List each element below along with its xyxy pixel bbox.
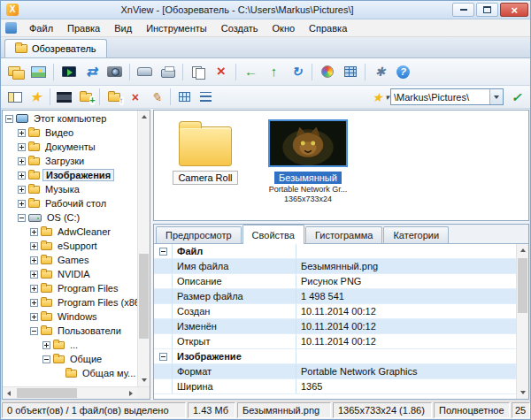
scrollbar-thumb[interactable]: [139, 254, 149, 340]
new-folder-button[interactable]: [75, 88, 96, 106]
scroll-down-button[interactable]: [517, 386, 529, 399]
expand-plus-icon[interactable]: [30, 285, 38, 293]
expand-plus-icon[interactable]: [18, 200, 26, 208]
scrollbar-thumb[interactable]: [518, 258, 527, 313]
scrollbar-thumb[interactable]: [17, 388, 77, 398]
scroll-left-button[interactable]: [3, 387, 15, 400]
scrollbar-track[interactable]: [517, 256, 528, 386]
collapse-minus-icon[interactable]: [159, 248, 167, 256]
menu-create[interactable]: Создать: [214, 21, 266, 35]
palette-icon[interactable]: [316, 61, 338, 82]
browse-icon[interactable]: [4, 61, 27, 82]
favorites-button[interactable]: [26, 88, 46, 106]
refresh-icon[interactable]: [286, 61, 308, 82]
expand-plus-icon[interactable]: [18, 172, 26, 179]
rename-button[interactable]: [146, 88, 166, 106]
path-dropdown-button[interactable]: [489, 89, 503, 104]
tab-categories[interactable]: Категории: [383, 226, 449, 243]
property-row-description[interactable]: Описание Рисунок PNG: [154, 274, 516, 289]
properties-vertical-scrollbar[interactable]: [516, 244, 528, 399]
expand-plus-icon[interactable]: [30, 313, 38, 321]
folder-up-button[interactable]: [104, 88, 124, 106]
delete-file-button[interactable]: [125, 88, 145, 106]
tree-item-documents[interactable]: Документы: [3, 140, 137, 154]
collapse-minus-icon[interactable]: [18, 214, 26, 222]
title-bar[interactable]: XnView - [Обозреватель - C:\Users\Markus…: [1, 1, 530, 19]
tree-item-program-files[interactable]: Program Files: [3, 281, 137, 295]
tab-preview[interactable]: Предпросмотр: [156, 226, 242, 243]
property-row-created[interactable]: Создан 10.11.2014 00:12: [154, 304, 516, 319]
tab-properties[interactable]: Свойства: [242, 225, 304, 244]
tree-item-pictures[interactable]: Изображения: [3, 168, 137, 182]
collapse-minus-icon[interactable]: [159, 353, 167, 361]
tree-item-public-music[interactable]: Общая му...: [3, 366, 137, 380]
collapse-minus-icon[interactable]: [30, 327, 38, 335]
menu-window[interactable]: Окно: [266, 21, 303, 35]
expand-plus-icon[interactable]: [30, 256, 38, 264]
tree-item-adwcleaner[interactable]: AdwCleaner: [3, 225, 137, 239]
thumbnail-view-button[interactable]: [174, 88, 195, 106]
scrollbar-track[interactable]: [138, 123, 150, 374]
copy-icon[interactable]: [187, 61, 209, 82]
convert-icon[interactable]: [81, 61, 103, 82]
thumbnail-camera-roll[interactable]: Camera Roll: [161, 119, 250, 185]
tree-item-desktop[interactable]: Рабочий стол: [3, 196, 137, 210]
property-section-file[interactable]: Файл: [154, 244, 516, 259]
expand-plus-icon[interactable]: [30, 271, 38, 279]
collapse-minus-icon[interactable]: [5, 115, 13, 123]
capture-icon[interactable]: [104, 61, 126, 82]
property-row-filesize[interactable]: Размер файла 1 498 541: [154, 289, 516, 304]
tree-horizontal-scrollbar[interactable]: [3, 386, 137, 399]
scroll-right-button[interactable]: [125, 387, 137, 400]
tree-item-users[interactable]: Пользователи: [3, 324, 137, 338]
tree-vertical-scrollbar[interactable]: [137, 111, 150, 386]
tree-item-esupport[interactable]: eSupport: [3, 239, 137, 253]
thumbnail-selected-image[interactable]: Безымянный Portable Network Gr... 1365x7…: [264, 119, 352, 203]
minimize-button[interactable]: [452, 3, 474, 17]
tree-item-nvidia[interactable]: NVIDIA: [3, 267, 137, 281]
tree-item-ellipsis[interactable]: ...: [3, 338, 137, 352]
expand-plus-icon[interactable]: [30, 228, 38, 236]
menu-tools[interactable]: Инструменты: [139, 21, 214, 35]
settings-button[interactable]: [369, 61, 391, 82]
go-button[interactable]: [506, 88, 527, 106]
menu-help[interactable]: Справка: [302, 21, 354, 35]
tree-item-program-files-x86[interactable]: Program Files (x86: [3, 295, 137, 309]
help-button[interactable]: [392, 61, 414, 82]
expand-plus-icon[interactable]: [18, 129, 26, 137]
tree-item-windows[interactable]: Windows: [3, 309, 137, 324]
filmstrip-button[interactable]: [54, 88, 74, 106]
expand-plus-icon[interactable]: [30, 242, 38, 250]
property-row-width[interactable]: Ширина 1365: [154, 379, 516, 394]
tree-item-games[interactable]: Games: [3, 253, 137, 267]
expand-plus-icon[interactable]: [42, 341, 50, 349]
tree-item-this-computer[interactable]: Этот компьютер: [3, 111, 137, 126]
tab-browser[interactable]: Обозреватель: [4, 39, 107, 57]
tree-item-music[interactable]: Музыка: [3, 182, 137, 196]
collapse-minus-icon[interactable]: [42, 355, 50, 363]
property-row-modified[interactable]: Изменён 10.11.2014 00:12: [154, 319, 516, 334]
property-row-opened[interactable]: Открыт 10.11.2014 00:12: [154, 334, 516, 349]
toggle-panes-button[interactable]: [4, 88, 25, 106]
tree-item-video[interactable]: Видео: [3, 126, 137, 140]
menu-view[interactable]: Вид: [107, 21, 139, 35]
acquire-icon[interactable]: [134, 61, 156, 82]
add-favorite-button[interactable]: [367, 88, 388, 106]
menu-file[interactable]: Файл: [22, 21, 60, 35]
print-icon[interactable]: [157, 61, 179, 82]
property-row-format[interactable]: Формат Portable Network Graphics: [154, 364, 516, 379]
tree-item-os-c[interactable]: OS (C:): [3, 210, 137, 225]
scroll-down-button[interactable]: [138, 374, 150, 386]
property-section-image[interactable]: Изображение: [154, 349, 516, 364]
expand-plus-icon[interactable]: [18, 186, 26, 194]
menu-edit[interactable]: Правка: [60, 21, 107, 35]
up-icon[interactable]: [263, 61, 285, 82]
slideshow-icon[interactable]: [58, 61, 80, 82]
tree-item-public[interactable]: Общие: [3, 352, 137, 366]
grid-view-icon[interactable]: [339, 61, 361, 82]
maximize-button[interactable]: [476, 3, 498, 17]
property-row-filename[interactable]: Имя файла Безымянный.png: [154, 259, 516, 274]
expand-plus-icon[interactable]: [18, 143, 26, 151]
back-icon[interactable]: [240, 61, 262, 82]
scrollbar-track[interactable]: [15, 387, 125, 399]
